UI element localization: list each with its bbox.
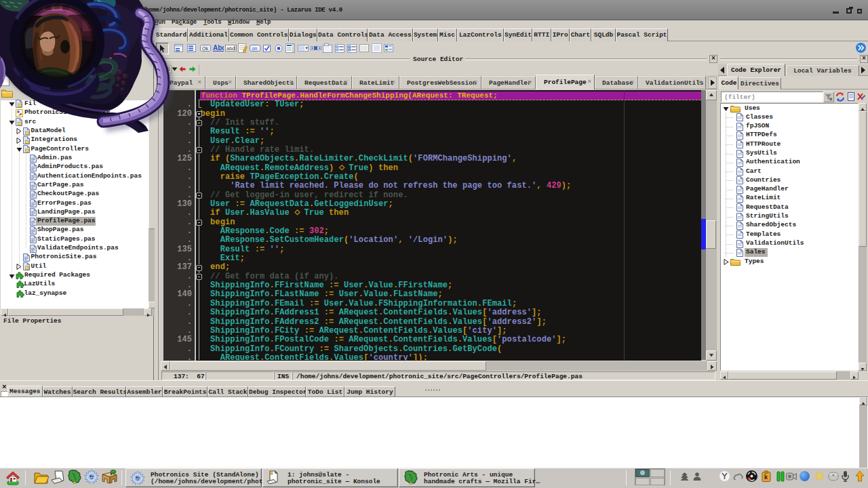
svg-text:on: on (252, 46, 257, 51)
svg-text:abc: abc (226, 45, 235, 52)
svg-text:Ok: Ok (202, 46, 208, 51)
svg-text:Abc: Abc (213, 44, 224, 52)
